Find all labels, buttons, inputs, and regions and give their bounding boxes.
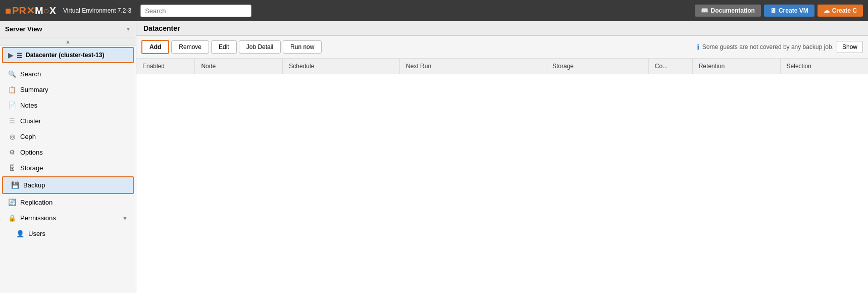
backup-table-container: Enabled Node Schedule Next Run Storage C… [136,59,868,293]
users-nav-icon: 👤 [16,230,24,237]
logo-x: ■ [5,5,11,17]
col-schedule: Schedule [283,59,400,74]
permissions-nav-icon: 🔒 [8,214,16,222]
left-panel: Server View ▼ ▲ ▶ ☰ Datacenter (cluster-… [0,21,136,293]
col-compress: Co... [648,59,692,74]
summary-nav-icon: 📋 [8,86,16,93]
createvm-icon: 🖥 [770,7,776,14]
logo-brand: PR✕M○X [12,5,56,17]
options-nav-icon: ⚙ [8,149,16,156]
backup-nav-icon: 💾 [11,181,19,189]
ceph-nav-icon: ◎ [8,133,16,140]
col-nextrun: Next Run [400,59,546,74]
nav-item-permissions[interactable]: 🔒 Permissions ▼ [0,210,136,226]
server-view-label: Server View [5,25,42,33]
run-now-button[interactable]: Run now [283,40,322,54]
nav-item-storage[interactable]: 🗄 Storage [0,160,136,176]
tree-list-icon: ☰ [17,52,23,59]
search-input[interactable] [140,5,251,17]
nav-item-users[interactable]: 👤 Users [0,226,136,241]
nav-label-cluster: Cluster [20,117,41,125]
page-header: Datacenter [136,21,868,36]
nav-item-search[interactable]: 🔍 Search [0,66,136,82]
nav-item-replication[interactable]: 🔄 Replication [0,194,136,210]
toolbar-info: ℹ Some guests are not covered by any bac… [697,41,863,53]
col-selection: Selection [780,59,868,74]
col-enabled: Enabled [136,59,195,74]
add-button[interactable]: Add [141,40,169,54]
tree-expand-icon: ▶ [8,51,14,59]
col-node: Node [195,59,283,74]
nav-label-search: Search [20,70,41,78]
notes-nav-icon: 📄 [8,102,16,109]
topbar-actions: 📖 Documentation 🖥 Create VM ☁ Create C [695,5,863,17]
info-icon: ℹ [697,43,699,51]
nav-label-summary: Summary [20,86,48,93]
permissions-expand-icon: ▼ [122,215,128,221]
create-button[interactable]: ☁ Create C [818,5,863,17]
info-text: Some guests are not covered by any backu… [702,43,834,51]
nav-item-cluster[interactable]: ☰ Cluster [0,113,136,129]
nav-item-backup[interactable]: 💾 Backup [2,176,134,194]
nav-label-notes: Notes [20,102,37,109]
topbar: ■ PR✕M○X Virtual Environment 7.2-3 📖 Doc… [0,0,868,21]
nav-label-options: Options [20,149,43,156]
datacenter-label: Datacenter (cluster-test-13) [26,52,104,59]
job-detail-button[interactable]: Job Detail [239,40,281,54]
datacenter-tree-item[interactable]: ▶ ☰ Datacenter (cluster-test-13) [2,47,134,63]
main-area: Datacenter Add Remove Edit Job Detail Ru… [136,21,868,293]
col-storage: Storage [546,59,648,74]
docs-icon: 📖 [701,7,708,14]
main-layout: Server View ▼ ▲ ▶ ☰ Datacenter (cluster-… [0,21,868,293]
create-icon: ☁ [824,7,830,14]
edit-button[interactable]: Edit [211,40,237,54]
nav-item-ceph[interactable]: ◎ Ceph [0,129,136,144]
page-title: Datacenter [143,24,180,32]
collapse-arrow[interactable]: ▲ [65,38,71,44]
server-view-header: Server View ▼ [0,21,136,37]
show-button[interactable]: Show [837,41,863,53]
logo: ■ PR✕M○X [5,5,56,17]
nav-label-backup: Backup [23,181,45,189]
remove-button[interactable]: Remove [171,40,209,54]
version-label: Virtual Environment 7.2-3 [63,7,131,14]
nav-label-users: Users [28,230,45,237]
nav-menu: 🔍 Search 📋 Summary 📄 Notes ☰ Cluster ◎ C… [0,64,136,293]
nav-item-notes[interactable]: 📄 Notes [0,97,136,113]
backup-toolbar: Add Remove Edit Job Detail Run now ℹ Som… [136,36,868,59]
nav-label-replication: Replication [20,199,53,206]
col-retention: Retention [692,59,780,74]
nav-label-ceph: Ceph [20,133,36,140]
nav-item-options[interactable]: ⚙ Options [0,144,136,160]
nav-label-permissions: Permissions [20,214,56,222]
backup-table: Enabled Node Schedule Next Run Storage C… [136,59,868,74]
nav-item-summary[interactable]: 📋 Summary [0,82,136,97]
storage-nav-icon: 🗄 [8,164,16,172]
search-nav-icon: 🔍 [8,70,16,78]
server-view-chevron[interactable]: ▼ [126,26,131,32]
replication-nav-icon: 🔄 [8,199,16,206]
nav-label-storage: Storage [20,164,43,172]
docs-button[interactable]: 📖 Documentation [695,5,761,17]
table-header-row: Enabled Node Schedule Next Run Storage C… [136,59,868,74]
create-vm-button[interactable]: 🖥 Create VM [764,5,814,17]
cluster-nav-icon: ☰ [8,117,16,125]
